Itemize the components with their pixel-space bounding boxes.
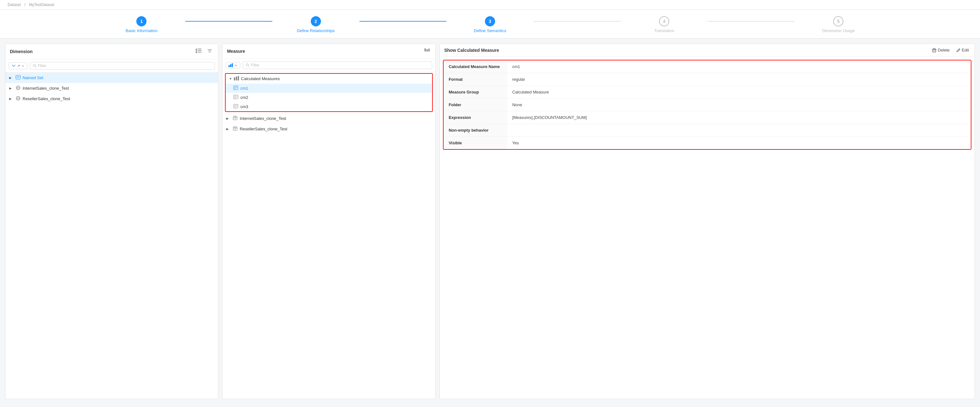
dimension-reseller-label: ResellerSales_clone_Test (22, 96, 70, 101)
measure-icon-btn[interactable] (423, 48, 431, 55)
step-4[interactable]: 4 Translation (620, 16, 708, 33)
detail-value-measure-group: Calculated Measure (507, 86, 971, 99)
detail-row-name: Calculated Measure Name cm1 (444, 61, 971, 73)
measure-header-icons (423, 48, 431, 55)
detail-panel-title: Show Calculated Measure (444, 48, 499, 53)
detail-value-non-empty (507, 124, 971, 137)
dimension-icon-btn-2[interactable] (206, 48, 213, 55)
calc-item-cm1[interactable]: cm1 (226, 84, 432, 93)
measure-filter-placeholder: Filter (251, 63, 259, 67)
step-1-circle: 1 (136, 16, 146, 26)
step-line-4-5 (708, 21, 795, 22)
step-line-2-3 (360, 21, 447, 22)
internet-expand-icon: ▶ (226, 117, 231, 120)
dimension-icon-btn-1[interactable] (194, 48, 203, 55)
delete-label: Delete (938, 48, 950, 53)
step-1[interactable]: 1 Basic Information (98, 16, 185, 33)
detail-row-folder: Folder None (444, 99, 971, 111)
dimension-internet-label: InternetSales_clone_Test (22, 86, 69, 91)
step-3-label: Define Semantics (474, 28, 506, 33)
svg-line-7 (35, 67, 36, 67)
measure-panel: Measure Filter ▼ (222, 43, 435, 399)
measure-search-bar: Filter (223, 59, 435, 72)
reseller-sales-icon (16, 96, 21, 102)
measure-group-internet[interactable]: ▶ InternetSales_clone_Test (223, 113, 435, 124)
measure-group-reseller[interactable]: ▶ ResellerSales_clone_Test (223, 124, 435, 134)
svg-rect-22 (232, 63, 233, 67)
named-set-icon (16, 75, 21, 81)
svg-rect-18 (426, 49, 428, 51)
svg-rect-1 (198, 49, 202, 49)
edit-button[interactable]: Edit (955, 47, 970, 53)
step-line-3-4 (533, 21, 620, 22)
calc-item-cm3[interactable]: cm3 (226, 102, 432, 111)
detail-key-visible: Visible (444, 137, 507, 150)
expand-icon-named-set: ▶ (9, 76, 14, 80)
breadcrumb-parent[interactable]: Dataset (8, 3, 21, 7)
detail-key-format: Format (444, 73, 507, 86)
svg-line-24 (248, 66, 249, 67)
detail-key-expression: Expression (444, 111, 507, 124)
detail-panel-header: Show Calculated Measure Delete Edit (440, 44, 975, 57)
dimension-panel: Dimension ↗ Filter ▶ (5, 43, 218, 399)
measure-panel-title: Measure (227, 49, 245, 54)
cm3-icon (233, 104, 238, 109)
dimension-item-internet-sales[interactable]: ▶ InternetSales_clone_Test (5, 83, 218, 94)
edit-label: Edit (962, 48, 969, 53)
dimension-filter-placeholder: Filter (38, 64, 46, 68)
cm1-icon (233, 86, 238, 91)
calculated-measures-label: Calculated Measures (241, 76, 280, 81)
detail-row-format: Format regular (444, 73, 971, 86)
cm1-label: cm1 (240, 86, 248, 91)
detail-key-non-empty: Non-empty behavior (444, 124, 507, 137)
step-1-label: Basic Information (126, 28, 157, 33)
step-3[interactable]: 3 Define Semantics (447, 16, 533, 33)
dimension-type-dropdown[interactable]: ↗ (9, 62, 27, 69)
detail-value-format: regular (507, 73, 971, 86)
detail-panel: Show Calculated Measure Delete Edit Calc… (439, 43, 975, 399)
svg-rect-21 (230, 64, 231, 67)
detail-outlined-box: Calculated Measure Name cm1 Format regul… (443, 60, 971, 150)
calc-item-cm2[interactable]: cm2 (226, 93, 432, 102)
svg-rect-2 (196, 50, 197, 51)
detail-row-non-empty: Non-empty behavior (444, 124, 971, 137)
dimension-filter-input[interactable]: Filter (30, 62, 215, 70)
calc-measures-icon (234, 76, 239, 81)
measure-panel-header: Measure (223, 44, 435, 59)
detail-row-measure-group: Measure Group Calculated Measure (444, 86, 971, 99)
detail-panel-actions: Delete Edit (931, 47, 970, 53)
svg-rect-25 (234, 77, 235, 80)
cm2-icon (233, 95, 238, 100)
svg-rect-4 (196, 52, 197, 53)
detail-value-folder: None (507, 99, 971, 111)
detail-value-name: cm1 (507, 61, 971, 73)
measure-type-dropdown[interactable] (226, 62, 240, 69)
step-line-1-2 (185, 21, 272, 22)
delete-button[interactable]: Delete (931, 47, 951, 53)
detail-key-name: Calculated Measure Name (444, 61, 507, 73)
dimension-panel-header: Dimension (5, 44, 218, 59)
step-2-label: Define Relationships (297, 28, 335, 33)
svg-rect-19 (428, 49, 430, 51)
expand-icon-internet: ▶ (9, 86, 14, 90)
stepper: 1 Basic Information 2 Define Relationshi… (0, 10, 980, 38)
step-5[interactable]: 5 Dimension Usage (795, 16, 882, 33)
dimension-item-reseller-sales[interactable]: ▶ ResellerSales_clone_Test (5, 94, 218, 104)
breadcrumb: Dataset / MyTestDataset (0, 0, 980, 10)
internet-group-label: InternetSales_clone_Test (240, 116, 286, 121)
dimension-item-named-set[interactable]: ▶ Named Set (5, 72, 218, 83)
cm2-label: cm2 (240, 95, 248, 100)
step-2[interactable]: 2 Define Relationships (272, 16, 360, 33)
measure-filter-input[interactable]: Filter (243, 61, 432, 69)
detail-row-expression: Expression [Measures].[DISCOUNTAMOUNT_SU… (444, 111, 971, 124)
reseller-cube-icon (232, 126, 238, 132)
detail-key-folder: Folder (444, 99, 507, 111)
internet-sales-icon (16, 85, 21, 91)
dimension-header-icons (194, 48, 213, 55)
detail-key-measure-group: Measure Group (444, 86, 507, 99)
calculated-measures-header[interactable]: ▼ Calculated Measures (226, 74, 432, 84)
svg-rect-26 (236, 77, 237, 80)
detail-value-expression: [Measures].[DISCOUNTAMOUNT_SUM] (507, 111, 971, 124)
step-3-circle: 3 (485, 16, 495, 26)
step-5-circle: 5 (833, 16, 843, 26)
